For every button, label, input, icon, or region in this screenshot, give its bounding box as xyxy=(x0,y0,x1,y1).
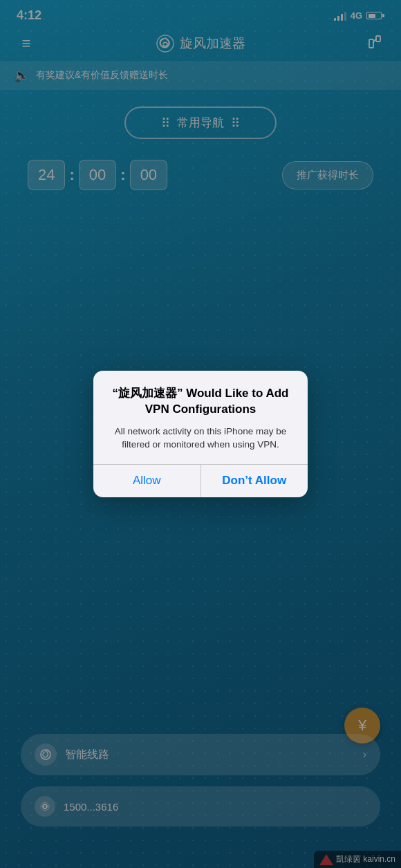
dialog-title: “旋风加速器” Would Like to Add VPN Configurat… xyxy=(107,386,294,418)
dialog-body: “旋风加速器” Would Like to Add VPN Configurat… xyxy=(93,371,308,464)
dialog-actions: Allow Don’t Allow xyxy=(93,464,308,497)
dialog-overlay: “旋风加速器” Would Like to Add VPN Configurat… xyxy=(0,0,401,868)
vpn-dialog: “旋风加速器” Would Like to Add VPN Configurat… xyxy=(93,371,308,498)
dont-allow-button[interactable]: Don’t Allow xyxy=(201,464,308,497)
allow-button[interactable]: Allow xyxy=(93,464,201,497)
dialog-message: All network activity on this iPhone may … xyxy=(107,425,294,452)
